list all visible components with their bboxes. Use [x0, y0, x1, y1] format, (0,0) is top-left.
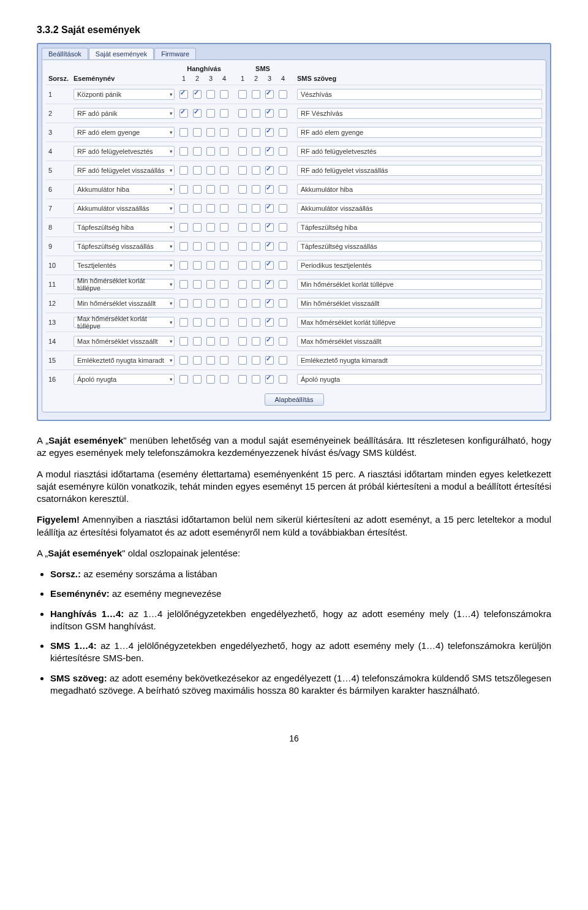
sms-checkbox-4[interactable]	[279, 204, 287, 213]
hanghivas-checkbox-3[interactable]	[206, 166, 215, 175]
sms-text-input[interactable]: Max hőmérséklet korlát túllépve	[297, 317, 542, 328]
hanghivas-checkbox-2[interactable]	[193, 185, 202, 194]
hanghivas-checkbox-3[interactable]	[206, 204, 215, 213]
sms-checkbox-1[interactable]	[238, 261, 247, 270]
hanghivas-checkbox-2[interactable]	[193, 204, 202, 213]
sms-text-input[interactable]: Max hőmérséklet visszaállt	[297, 336, 542, 347]
hanghivas-checkbox-4[interactable]	[220, 261, 228, 270]
hanghivas-checkbox-1[interactable]	[179, 261, 188, 270]
hanghivas-checkbox-4[interactable]	[220, 318, 228, 327]
hanghivas-checkbox-1[interactable]	[179, 185, 188, 194]
sms-checkbox-1[interactable]	[238, 280, 247, 289]
sms-checkbox-3[interactable]	[265, 185, 274, 194]
hanghivas-checkbox-1[interactable]	[179, 223, 188, 232]
sms-checkbox-2[interactable]	[252, 318, 260, 327]
hanghivas-checkbox-2[interactable]	[193, 223, 202, 232]
hanghivas-checkbox-4[interactable]	[220, 147, 228, 156]
sms-checkbox-1[interactable]	[238, 204, 247, 213]
event-name-dropdown[interactable]: Tápfeszültség visszaállás▾	[74, 241, 175, 252]
sms-checkbox-3[interactable]	[265, 356, 274, 365]
sms-text-input[interactable]: Tápfeszültség visszaállás	[297, 241, 542, 252]
sms-checkbox-2[interactable]	[252, 109, 260, 118]
sms-checkbox-1[interactable]	[238, 223, 247, 232]
sms-checkbox-3[interactable]	[265, 90, 274, 99]
tab-beallitasok[interactable]: Beállítások	[42, 48, 88, 59]
hanghivas-checkbox-2[interactable]	[193, 90, 202, 99]
hanghivas-checkbox-1[interactable]	[179, 109, 188, 118]
hanghivas-checkbox-1[interactable]	[179, 90, 188, 99]
sms-checkbox-1[interactable]	[238, 375, 247, 384]
sms-checkbox-2[interactable]	[252, 261, 260, 270]
sms-checkbox-4[interactable]	[279, 337, 287, 346]
hanghivas-checkbox-3[interactable]	[206, 242, 215, 251]
sms-checkbox-3[interactable]	[265, 280, 274, 289]
sms-checkbox-1[interactable]	[238, 299, 247, 308]
hanghivas-checkbox-3[interactable]	[206, 375, 215, 384]
hanghivas-checkbox-1[interactable]	[179, 204, 188, 213]
hanghivas-checkbox-1[interactable]	[179, 128, 188, 137]
hanghivas-checkbox-3[interactable]	[206, 128, 215, 137]
event-name-dropdown[interactable]: Központi pánik▾	[74, 89, 175, 100]
sms-checkbox-2[interactable]	[252, 147, 260, 156]
sms-checkbox-4[interactable]	[279, 280, 287, 289]
event-name-dropdown[interactable]: Max hőmérséklet korlát túllépve▾	[74, 317, 175, 328]
event-name-dropdown[interactable]: Tesztjelentés▾	[74, 260, 175, 271]
sms-checkbox-1[interactable]	[238, 337, 247, 346]
sms-checkbox-3[interactable]	[265, 128, 274, 137]
sms-checkbox-2[interactable]	[252, 337, 260, 346]
hanghivas-checkbox-4[interactable]	[220, 223, 228, 232]
hanghivas-checkbox-4[interactable]	[220, 128, 228, 137]
sms-text-input[interactable]: Akkumulátor visszaállás	[297, 203, 542, 214]
hanghivas-checkbox-3[interactable]	[206, 318, 215, 327]
hanghivas-checkbox-3[interactable]	[206, 280, 215, 289]
sms-checkbox-2[interactable]	[252, 375, 260, 384]
sms-text-input[interactable]: Min hőmérséklet korlát túllépve	[297, 279, 542, 290]
hanghivas-checkbox-2[interactable]	[193, 299, 202, 308]
hanghivas-checkbox-2[interactable]	[193, 375, 202, 384]
hanghivas-checkbox-3[interactable]	[206, 90, 215, 99]
event-name-dropdown[interactable]: Ápoló nyugta▾	[74, 374, 175, 385]
sms-text-input[interactable]: RF Vészhívás	[297, 108, 542, 119]
hanghivas-checkbox-2[interactable]	[193, 261, 202, 270]
sms-checkbox-1[interactable]	[238, 356, 247, 365]
sms-checkbox-4[interactable]	[279, 223, 287, 232]
sms-checkbox-4[interactable]	[279, 261, 287, 270]
sms-checkbox-4[interactable]	[279, 185, 287, 194]
sms-checkbox-2[interactable]	[252, 128, 260, 137]
hanghivas-checkbox-2[interactable]	[193, 109, 202, 118]
sms-checkbox-3[interactable]	[265, 109, 274, 118]
sms-text-input[interactable]: Tápfeszültség hiba	[297, 222, 542, 233]
hanghivas-checkbox-4[interactable]	[220, 375, 228, 384]
sms-text-input[interactable]: Emlékeztető nyugta kimaradt	[297, 355, 542, 366]
event-name-dropdown[interactable]: Emlékeztető nyugta kimaradt▾	[74, 355, 175, 366]
sms-checkbox-2[interactable]	[252, 299, 260, 308]
hanghivas-checkbox-4[interactable]	[220, 299, 228, 308]
hanghivas-checkbox-1[interactable]	[179, 337, 188, 346]
event-name-dropdown[interactable]: Max hőmérséklet visszaállt▾	[74, 336, 175, 347]
hanghivas-checkbox-2[interactable]	[193, 356, 202, 365]
hanghivas-checkbox-3[interactable]	[206, 356, 215, 365]
sms-checkbox-4[interactable]	[279, 356, 287, 365]
hanghivas-checkbox-4[interactable]	[220, 280, 228, 289]
sms-checkbox-4[interactable]	[279, 166, 287, 175]
sms-checkbox-4[interactable]	[279, 90, 287, 99]
hanghivas-checkbox-2[interactable]	[193, 242, 202, 251]
sms-checkbox-1[interactable]	[238, 166, 247, 175]
hanghivas-checkbox-1[interactable]	[179, 299, 188, 308]
hanghivas-checkbox-3[interactable]	[206, 337, 215, 346]
hanghivas-checkbox-4[interactable]	[220, 109, 228, 118]
hanghivas-checkbox-4[interactable]	[220, 242, 228, 251]
hanghivas-checkbox-2[interactable]	[193, 147, 202, 156]
hanghivas-checkbox-4[interactable]	[220, 90, 228, 99]
hanghivas-checkbox-3[interactable]	[206, 109, 215, 118]
sms-checkbox-1[interactable]	[238, 128, 247, 137]
sms-checkbox-2[interactable]	[252, 166, 260, 175]
hanghivas-checkbox-1[interactable]	[179, 318, 188, 327]
sms-checkbox-2[interactable]	[252, 223, 260, 232]
hanghivas-checkbox-4[interactable]	[220, 166, 228, 175]
hanghivas-checkbox-4[interactable]	[220, 356, 228, 365]
sms-checkbox-3[interactable]	[265, 204, 274, 213]
sms-checkbox-3[interactable]	[265, 299, 274, 308]
sms-checkbox-4[interactable]	[279, 147, 287, 156]
hanghivas-checkbox-3[interactable]	[206, 185, 215, 194]
